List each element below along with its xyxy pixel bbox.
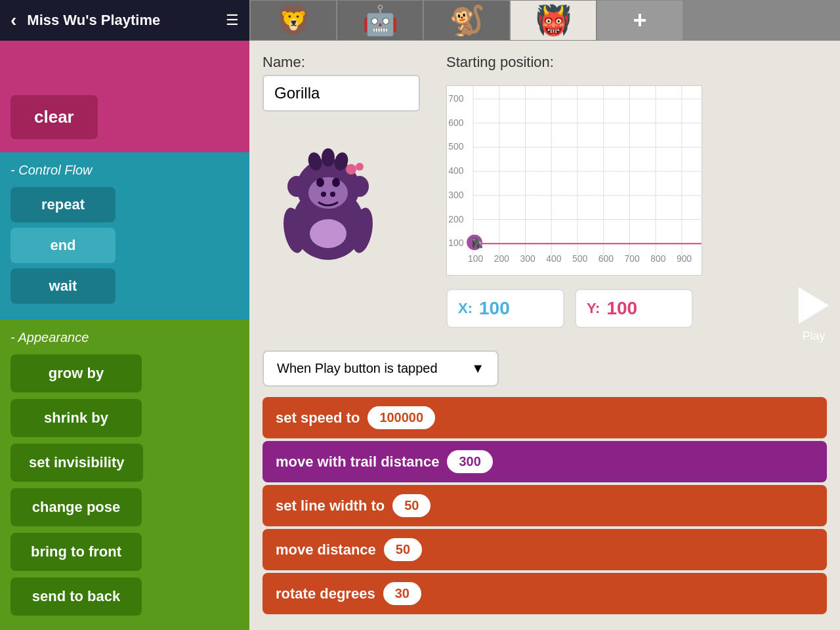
send-to-back-button[interactable]: send to back <box>10 578 142 616</box>
play-button[interactable]: Play <box>788 287 840 343</box>
play-triangle-icon <box>799 287 829 324</box>
block-value-trail: 300 <box>447 450 492 473</box>
svg-text:100: 100 <box>448 238 463 248</box>
position-panel: Starting position: <box>446 54 702 337</box>
name-label: Name: <box>262 54 433 71</box>
clear-section: clear <box>0 41 249 152</box>
blocks-container: set speed to 100000 move with trail dist… <box>262 397 827 617</box>
svg-text:600: 600 <box>448 117 463 128</box>
svg-text:400: 400 <box>448 165 463 176</box>
svg-text:🦍: 🦍 <box>471 236 484 249</box>
position-grid[interactable]: 700 600 500 400 300 200 100 100 200 300 … <box>446 85 702 276</box>
svg-point-16 <box>356 163 364 171</box>
content-area: Name: <box>249 41 840 350</box>
control-flow-section: - Control Flow repeat end wait <box>0 152 249 320</box>
position-label: Starting position: <box>446 54 702 71</box>
char-emoji-2: 🤖 <box>362 3 398 37</box>
clear-button[interactable]: clear <box>10 95 98 139</box>
end-button[interactable]: end <box>10 228 116 263</box>
block-text: set line width to <box>276 497 385 514</box>
y-label: Y: <box>587 300 600 317</box>
set-invisibility-button[interactable]: set invisibility <box>10 444 143 482</box>
trigger-dropdown[interactable]: When Play button is tapped ▼ <box>262 350 499 387</box>
menu-button[interactable]: ☰ <box>226 12 239 29</box>
svg-point-5 <box>316 178 324 187</box>
svg-point-3 <box>350 176 369 197</box>
appearance-section: - Appearance grow by shrink by set invis… <box>0 320 249 630</box>
name-input[interactable] <box>262 75 420 112</box>
control-flow-label: - Control Flow <box>10 163 239 178</box>
x-label: X: <box>458 300 472 317</box>
svg-text:200: 200 <box>494 253 509 264</box>
bring-to-front-button[interactable]: bring to front <box>10 533 142 571</box>
svg-point-13 <box>322 148 335 167</box>
block-text: rotate degrees <box>276 585 375 602</box>
block-text: move with trail distance <box>276 453 439 471</box>
svg-point-4 <box>308 177 348 209</box>
y-position-box[interactable]: Y: 100 <box>575 289 693 328</box>
svg-text:400: 400 <box>546 253 561 264</box>
block-text: move distance <box>276 541 376 558</box>
svg-text:300: 300 <box>520 253 536 264</box>
svg-point-8 <box>330 192 335 197</box>
svg-point-9 <box>310 219 346 248</box>
block-value-speed: 100000 <box>368 406 435 429</box>
appearance-label: - Appearance <box>10 330 239 345</box>
x-position-box[interactable]: X: 100 <box>446 289 564 328</box>
svg-text:800: 800 <box>650 253 665 264</box>
svg-text:500: 500 <box>448 141 463 152</box>
set-line-width-block[interactable]: set line width to 50 <box>262 485 827 526</box>
char-thumb-1[interactable]: 🦁 <box>251 1 336 40</box>
change-pose-button[interactable]: change pose <box>10 488 142 526</box>
back-button[interactable]: ‹ <box>10 10 16 31</box>
svg-text:100: 100 <box>468 253 483 264</box>
svg-point-15 <box>346 164 356 175</box>
svg-text:200: 200 <box>448 214 463 224</box>
svg-text:700: 700 <box>448 93 463 104</box>
block-value-linewidth: 50 <box>392 494 430 517</box>
svg-text:500: 500 <box>572 253 587 264</box>
move-distance-block[interactable]: move distance 50 <box>262 529 827 570</box>
gorilla-image <box>262 129 394 260</box>
svg-point-6 <box>332 178 340 187</box>
move-with-trail-block[interactable]: move with trail distance 300 <box>262 441 827 482</box>
rotate-degrees-block[interactable]: rotate degrees 30 <box>262 573 827 614</box>
xy-inputs: X: 100 Y: 100 <box>446 289 702 328</box>
sidebar-content: clear - Control Flow repeat end wait - A… <box>0 41 249 630</box>
sidebar-header: ‹ Miss Wu's Playtime ☰ <box>0 0 249 41</box>
block-value-movedist: 50 <box>384 538 422 561</box>
play-label: Play <box>802 329 825 343</box>
trigger-label: When Play button is tapped <box>277 361 438 376</box>
svg-text:300: 300 <box>448 190 463 200</box>
main-area: 🦁 🤖 🐒 👹 + Name: <box>249 0 840 630</box>
svg-text:700: 700 <box>624 253 639 264</box>
char-emoji-4: 👹 <box>536 3 572 37</box>
grow-by-button[interactable]: grow by <box>10 354 142 392</box>
svg-point-7 <box>321 192 326 197</box>
y-value: 100 <box>606 298 637 319</box>
block-text: set speed to <box>276 410 360 427</box>
wait-button[interactable]: wait <box>10 268 116 304</box>
char-thumb-3[interactable]: 🐒 <box>424 1 509 40</box>
app-title: Miss Wu's Playtime <box>27 12 215 29</box>
character-panel: Name: <box>262 54 433 337</box>
svg-text:900: 900 <box>677 253 692 264</box>
sidebar: ‹ Miss Wu's Playtime ☰ clear - Control F… <box>0 0 249 630</box>
char-emoji-1: 🦁 <box>276 3 312 37</box>
character-strip: 🦁 🤖 🐒 👹 + <box>249 0 840 41</box>
block-value-rotate: 30 <box>383 582 421 605</box>
dropdown-arrow-icon: ▼ <box>471 361 484 376</box>
char-thumb-4[interactable]: 👹 <box>511 1 596 40</box>
script-area: When Play button is tapped ▼ set speed t… <box>249 350 840 630</box>
add-character-button[interactable]: + <box>597 1 682 40</box>
char-emoji-3: 🐒 <box>449 3 485 37</box>
x-value: 100 <box>479 298 510 319</box>
repeat-button[interactable]: repeat <box>10 187 116 222</box>
char-thumb-2[interactable]: 🤖 <box>337 1 423 40</box>
svg-text:600: 600 <box>598 253 614 264</box>
set-speed-block[interactable]: set speed to 100000 <box>262 397 827 438</box>
shrink-by-button[interactable]: shrink by <box>10 399 142 437</box>
svg-point-2 <box>287 176 306 197</box>
